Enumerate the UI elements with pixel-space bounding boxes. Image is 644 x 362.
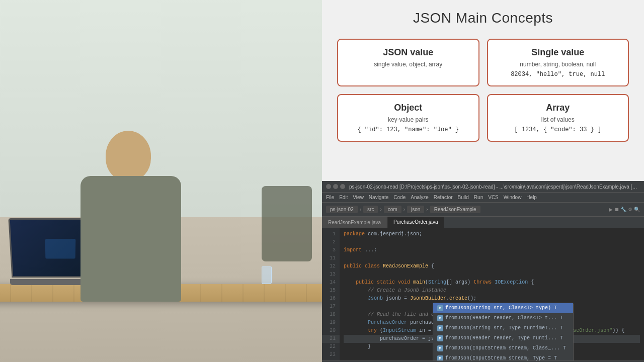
toolbar-json[interactable]: json xyxy=(407,206,424,213)
ide-title-text: ps-json-02-jsonb-read [D:\Projects\ps-js… xyxy=(349,184,640,190)
toolbar-sep2: › xyxy=(380,207,381,212)
ac-item-5[interactable]: M fromJson(InputStream stream, Class_...… xyxy=(433,343,573,353)
line-numbers: 1 2 3 11 12 13 14 15 16 17 18 19 20 21 2… xyxy=(322,228,340,360)
window-controls xyxy=(326,184,345,189)
tab-purchase-order-label: PurchaseOrder.java xyxy=(393,219,438,225)
ide-code-editor[interactable]: 1 2 3 11 12 13 14 15 16 17 18 19 20 21 2… xyxy=(322,228,644,360)
concept-grid: JSON value single value, object, array S… xyxy=(337,39,629,142)
toolbar-sep4: › xyxy=(426,207,428,212)
card-object-title: Object xyxy=(394,103,422,113)
ac-item-3[interactable]: M fromJson(String str, Type runtimeT... … xyxy=(433,323,573,333)
ac-item-1[interactable]: M fromJson(String str, Class<T> type) T xyxy=(433,303,573,313)
photo-background xyxy=(0,0,322,362)
toolbar-com[interactable]: com xyxy=(384,206,401,213)
slide-title: JSON Main Concepts xyxy=(413,10,553,26)
code-line-12: public class ReadJsonExample { xyxy=(344,262,640,270)
autocomplete-popup[interactable]: M fromJson(String str, Class<T> type) T … xyxy=(433,303,574,360)
code-line-14: public static void main(String[] args) t… xyxy=(344,279,640,287)
menu-window[interactable]: Window xyxy=(504,195,522,200)
toolbar-icons: ▶ ⏹ 🔧 ⚙ 🔍 xyxy=(609,207,640,212)
code-line-2 xyxy=(344,238,640,246)
card-json-value: JSON value single value, object, array xyxy=(337,39,479,86)
water-glass xyxy=(262,266,272,284)
card-array-subtitle: list of values xyxy=(541,116,575,123)
toolbar-class[interactable]: ReadJsonExample xyxy=(430,206,480,213)
slides-area: JSON Main Concepts JSON value single val… xyxy=(322,0,644,181)
menu-help[interactable]: Help xyxy=(526,195,537,200)
menu-vcs[interactable]: VCS xyxy=(488,195,499,200)
toolbar-project[interactable]: ps-json-02 xyxy=(326,206,358,213)
menu-analyze[interactable]: Analyze xyxy=(411,195,429,200)
toolbar-src[interactable]: src xyxy=(363,206,378,213)
line-12: 12 xyxy=(322,262,340,270)
menu-refactor[interactable]: Refactor xyxy=(434,195,453,200)
close-button[interactable] xyxy=(340,184,345,189)
code-line-15: // Create a Jsonb instance xyxy=(344,287,640,295)
card-object-subtitle: key-value pairs xyxy=(388,116,429,123)
ide-file-tabs: ReadJsonExample.java PurchaseOrder.java xyxy=(322,216,644,228)
line-22: 22 xyxy=(322,343,340,351)
card-json-value-title: JSON value xyxy=(383,47,433,58)
ac-icon-4: M xyxy=(437,335,443,341)
ac-icon-3: M xyxy=(437,325,443,331)
code-line-16: Jsonb jsonb = JsonbBuilder.create(); xyxy=(344,295,640,303)
content-panel: JSON Main Concepts JSON value single val… xyxy=(322,0,644,362)
line-19: 19 xyxy=(322,319,340,327)
tab-purchase-order[interactable]: PurchaseOrder.java xyxy=(387,217,444,228)
tab-read-json-example-label: ReadJsonExample.java xyxy=(328,220,381,225)
ac-item-6[interactable]: M fromJson(InputStream stream, Type = T xyxy=(433,353,573,360)
menu-code[interactable]: Code xyxy=(393,195,406,200)
ac-label-5: fromJson(InputStream stream, Class_... T xyxy=(445,344,566,352)
line-13: 13 xyxy=(322,270,340,279)
photo-panel xyxy=(0,0,322,362)
card-single-value-example: 82034, "hello", true, null xyxy=(511,71,605,78)
ide-toolbar: ps-json-02 › src › com › json › ReadJson… xyxy=(322,202,644,216)
toolbar-separator: › xyxy=(360,207,361,212)
line-14: 14 xyxy=(322,279,340,287)
ac-item-2[interactable]: M fromJson(Reader reader, Class<T> t... … xyxy=(433,313,573,323)
ac-item-4[interactable]: M fromJson(Reader reader, Type runti... … xyxy=(433,333,573,343)
card-single-value-title: Single value xyxy=(531,47,584,58)
card-object: Object key-value pairs { "id": 123, "nam… xyxy=(337,94,479,142)
ac-label-4: fromJson(Reader reader, Type runti... T xyxy=(445,334,563,342)
card-single-value: Single value number, string, boolean, nu… xyxy=(487,39,629,86)
chair-back xyxy=(262,186,312,261)
person-head xyxy=(106,131,151,181)
menu-build[interactable]: Build xyxy=(458,195,469,200)
line-15: 15 xyxy=(322,287,340,295)
code-line-1: package com.jesperdj.json; xyxy=(344,230,640,238)
menu-file[interactable]: File xyxy=(326,195,334,200)
ac-label-6: fromJson(InputStream stream, Type = T xyxy=(445,354,557,360)
line-16: 16 xyxy=(322,295,340,303)
card-object-example: { "id": 123, "name": "Joe" } xyxy=(357,126,459,133)
menu-edit[interactable]: Edit xyxy=(339,195,348,200)
ac-label-1: fromJson(String str, Class<T> type) T xyxy=(445,304,557,312)
code-line-3: import ...; xyxy=(344,246,640,254)
line-17: 17 xyxy=(322,303,340,311)
ac-icon-2: M xyxy=(437,315,443,321)
card-single-value-subtitle: number, string, boolean, null xyxy=(520,61,596,68)
toolbar-sep3: › xyxy=(404,207,405,212)
menu-run[interactable]: Run xyxy=(474,195,483,200)
tab-read-json-example[interactable]: ReadJsonExample.java xyxy=(322,217,387,228)
menu-navigate[interactable]: Navigate xyxy=(369,195,388,200)
ac-icon-1: M xyxy=(437,305,443,311)
line-1: 1 xyxy=(322,230,340,238)
ide-menubar: File Edit View Navigate Code Analyze Ref… xyxy=(322,192,644,202)
person-silhouette xyxy=(65,111,196,302)
ide-titlebar: ps-json-02-jsonb-read [D:\Projects\ps-js… xyxy=(322,181,644,192)
card-json-value-subtitle: single value, object, array xyxy=(374,61,442,68)
minimize-button[interactable] xyxy=(326,184,331,189)
line-2: 2 xyxy=(322,238,340,246)
ide-panel: ps-json-02-jsonb-read [D:\Projects\ps-js… xyxy=(322,181,644,362)
line-23: 23 xyxy=(322,351,340,359)
ac-icon-6: M xyxy=(437,355,443,360)
menu-view[interactable]: View xyxy=(353,195,364,200)
code-line-11 xyxy=(344,254,640,262)
card-array-example: [ 1234, { "code": 33 } ] xyxy=(514,126,601,133)
ac-label-3: fromJson(String str, Type runtimeT... T xyxy=(445,324,563,332)
line-18: 18 xyxy=(322,311,340,319)
maximize-button[interactable] xyxy=(333,184,338,189)
line-21: 21 xyxy=(322,335,340,343)
code-line-13 xyxy=(344,270,640,279)
